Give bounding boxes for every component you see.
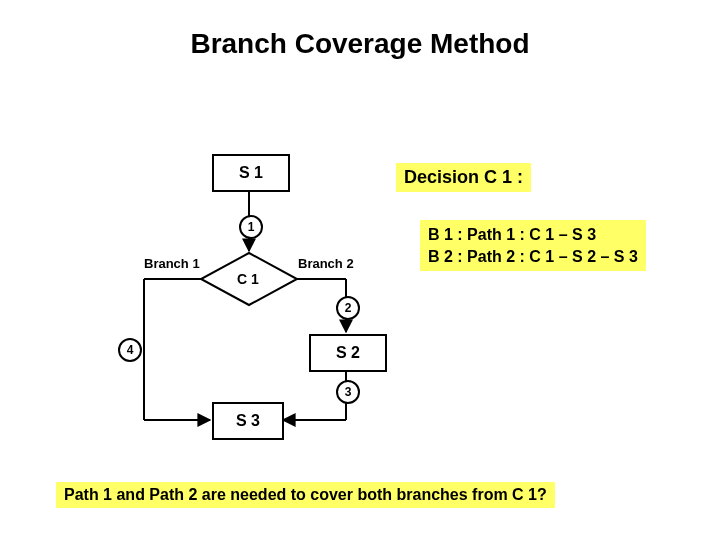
label-branch2: Branch 2 [298,256,354,271]
badge-2: 2 [336,296,360,320]
footer-text: Path 1 and Path 2 are needed to cover bo… [64,486,547,503]
footer-box: Path 1 and Path 2 are needed to cover bo… [56,482,555,508]
node-s1: S 1 [212,154,290,192]
node-s3: S 3 [212,402,284,440]
badge-1: 1 [239,215,263,239]
decision-heading-box: Decision C 1 : [396,163,531,192]
node-s2: S 2 [309,334,387,372]
badge-4: 4 [118,338,142,362]
badge-3: 3 [336,380,360,404]
decision-heading-text: Decision C 1 : [404,167,523,187]
label-branch1: Branch 1 [144,256,200,271]
node-c1-label: C 1 [237,271,259,287]
decision-body-box: B 1 : Path 1 : C 1 – S 3 B 2 : Path 2 : … [420,220,646,271]
decision-line2: B 2 : Path 2 : C 1 – S 2 – S 3 [428,246,638,268]
page-title: Branch Coverage Method [0,28,720,60]
decision-line1: B 1 : Path 1 : C 1 – S 3 [428,224,638,246]
